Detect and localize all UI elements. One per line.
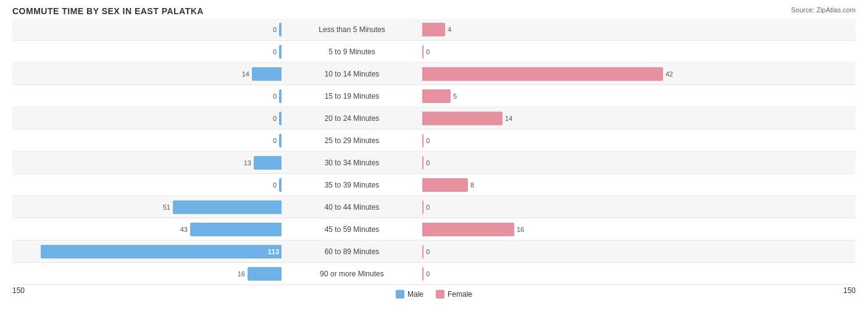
legend-male-box bbox=[396, 290, 404, 299]
male-bar bbox=[190, 223, 282, 236]
legend-female-box bbox=[436, 290, 444, 299]
chart-title: COMMUTE TIME BY SEX IN EAST PALATKA bbox=[12, 6, 856, 16]
male-bar bbox=[248, 267, 282, 281]
female-bar bbox=[422, 67, 663, 81]
female-value: 5 bbox=[453, 93, 470, 100]
male-value: 0 bbox=[259, 137, 277, 144]
right-section: 0 bbox=[420, 134, 691, 147]
right-section: 42 bbox=[420, 67, 691, 81]
female-value: 0 bbox=[426, 48, 443, 56]
female-bar bbox=[422, 267, 424, 281]
female-bar bbox=[422, 200, 424, 214]
female-value: 0 bbox=[426, 159, 443, 167]
legend-male: Male bbox=[396, 290, 424, 299]
left-section: 0 bbox=[12, 134, 284, 147]
male-value: 14 bbox=[232, 70, 249, 78]
left-section: 43 bbox=[12, 223, 284, 236]
row-label: 20 to 24 Minutes bbox=[284, 114, 420, 123]
row-label: Less than 5 Minutes bbox=[284, 25, 420, 34]
bars-area: 0 Less than 5 Minutes 4 0 5 to 9 Minutes… bbox=[12, 19, 856, 285]
bar-row: 113 60 to 89 Minutes 0 bbox=[12, 241, 856, 263]
row-label: 10 to 14 Minutes bbox=[284, 70, 420, 78]
axis-labels: 150 Male Female 150 bbox=[12, 286, 856, 299]
right-section: 0 bbox=[420, 245, 691, 258]
female-value: 8 bbox=[470, 181, 488, 189]
male-value: 13 bbox=[234, 159, 251, 167]
female-bar bbox=[422, 112, 503, 125]
left-section: 14 bbox=[12, 67, 284, 81]
male-bar bbox=[279, 89, 282, 103]
right-section: 0 bbox=[420, 156, 691, 170]
right-section: 0 bbox=[420, 267, 691, 281]
female-value: 42 bbox=[666, 70, 683, 78]
male-value: 51 bbox=[153, 204, 170, 211]
right-section: 8 bbox=[420, 178, 691, 192]
right-axis-label: 150 bbox=[843, 286, 856, 299]
female-bar bbox=[422, 178, 468, 192]
legend-male-label: Male bbox=[407, 290, 424, 299]
male-bar bbox=[279, 112, 282, 125]
bar-row: 0 15 to 19 Minutes 5 bbox=[12, 85, 856, 107]
female-bar bbox=[422, 134, 424, 147]
source-text: Source: ZipAtlas.com bbox=[791, 6, 856, 14]
left-section: 51 bbox=[12, 200, 284, 214]
row-label: 45 to 59 Minutes bbox=[284, 225, 420, 234]
left-section: 0 bbox=[12, 23, 284, 36]
bar-row: 0 35 to 39 Minutes 8 bbox=[12, 174, 856, 196]
female-bar bbox=[422, 223, 514, 236]
legend-female-label: Female bbox=[448, 290, 472, 299]
male-value: 0 bbox=[259, 93, 277, 100]
male-bar bbox=[279, 45, 282, 59]
right-section: 5 bbox=[420, 89, 691, 103]
bar-row: 51 40 to 44 Minutes 0 bbox=[12, 196, 856, 218]
male-value: 16 bbox=[228, 270, 245, 278]
right-section: 0 bbox=[420, 200, 691, 214]
female-value: 0 bbox=[426, 270, 443, 278]
right-section: 0 bbox=[420, 45, 691, 59]
row-label: 25 to 29 Minutes bbox=[284, 136, 420, 145]
left-axis-label: 150 bbox=[12, 286, 25, 299]
female-bar bbox=[422, 23, 445, 36]
row-label: 15 to 19 Minutes bbox=[284, 92, 420, 101]
female-value: 14 bbox=[505, 115, 522, 122]
male-value-inside: 113 bbox=[268, 248, 279, 255]
female-bar bbox=[422, 156, 424, 170]
right-section: 14 bbox=[420, 112, 691, 125]
row-label: 30 to 34 Minutes bbox=[284, 159, 420, 167]
female-value: 0 bbox=[426, 248, 443, 255]
male-bar bbox=[279, 134, 282, 147]
right-section: 4 bbox=[420, 23, 691, 36]
bar-row: 0 25 to 29 Minutes 0 bbox=[12, 130, 856, 152]
male-value: 43 bbox=[170, 226, 188, 233]
male-bar bbox=[173, 200, 282, 214]
chart-container: COMMUTE TIME BY SEX IN EAST PALATKA Sour… bbox=[0, 0, 868, 322]
male-bar bbox=[254, 156, 282, 170]
male-value: 0 bbox=[259, 115, 277, 122]
legend-area: Male Female bbox=[396, 290, 472, 299]
female-value: 0 bbox=[426, 204, 443, 211]
bar-row: 16 90 or more Minutes 0 bbox=[12, 263, 856, 285]
female-value: 16 bbox=[517, 226, 534, 233]
bar-row: 14 10 to 14 Minutes 42 bbox=[12, 63, 856, 85]
male-bar: 113 bbox=[41, 245, 282, 258]
left-section: 0 bbox=[12, 89, 284, 103]
male-bar bbox=[252, 67, 282, 81]
legend-female: Female bbox=[436, 290, 472, 299]
row-label: 60 to 89 Minutes bbox=[284, 247, 420, 256]
female-bar bbox=[422, 45, 424, 59]
female-value: 0 bbox=[426, 137, 443, 144]
female-bar bbox=[422, 89, 451, 103]
right-section: 16 bbox=[420, 223, 691, 236]
female-bar bbox=[422, 245, 424, 258]
male-bar bbox=[279, 178, 282, 192]
bar-row: 0 20 to 24 Minutes 14 bbox=[12, 107, 856, 130]
male-value: 0 bbox=[259, 48, 277, 56]
left-section: 0 bbox=[12, 178, 284, 192]
bar-row: 13 30 to 34 Minutes 0 bbox=[12, 152, 856, 174]
bar-row: 0 5 to 9 Minutes 0 bbox=[12, 41, 856, 63]
left-section: 0 bbox=[12, 112, 284, 125]
bar-row: 43 45 to 59 Minutes 16 bbox=[12, 218, 856, 241]
female-value: 4 bbox=[448, 26, 465, 33]
row-label: 40 to 44 Minutes bbox=[284, 203, 420, 212]
row-label: 5 to 9 Minutes bbox=[284, 47, 420, 56]
